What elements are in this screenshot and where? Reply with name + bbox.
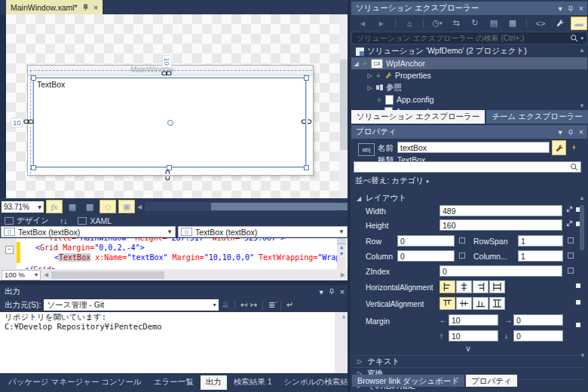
selection-handle[interactable] [304, 75, 309, 81]
scroll-down-arrow[interactable]: ▼ [579, 103, 585, 109]
snap-grid-button[interactable]: ▩ [82, 201, 97, 213]
properties-search-box[interactable] [354, 161, 581, 173]
properties-titlebar[interactable]: プロパティ ▾ × [351, 125, 587, 139]
code-fold-toggle[interactable]: − [5, 246, 14, 254]
scroll-up-arrow[interactable]: ▲ [337, 244, 346, 251]
columnspan-input[interactable] [518, 250, 563, 262]
set-auto-size-icon[interactable] [565, 219, 574, 228]
forward-icon[interactable]: ► [374, 17, 389, 29]
search-icon[interactable] [570, 34, 578, 42]
window-menu-icon[interactable]: ▾ [320, 287, 323, 296]
sync-with-active-document-icon[interactable]: ⇆ [449, 17, 464, 29]
split-editor-grip[interactable] [337, 238, 346, 244]
valign-stretch-button[interactable] [489, 297, 505, 310]
pin-icon[interactable] [568, 5, 574, 12]
properties-icon[interactable] [552, 17, 567, 29]
properties-scrollbar[interactable]: ▲ ▼ [578, 194, 586, 369]
scroll-down-arrow[interactable]: ▼ [580, 352, 586, 359]
home-icon[interactable]: ⌂ [402, 17, 417, 29]
back-icon[interactable]: ◄ [355, 17, 370, 29]
tab-xaml[interactable]: XAML [78, 216, 112, 225]
window-menu-icon[interactable]: ▾ [559, 4, 562, 13]
scroll-left-arrow[interactable]: ◀ [137, 204, 142, 210]
properties-mode-button[interactable] [552, 140, 566, 155]
document-tab[interactable]: MainWindow.xaml* × [6, 0, 103, 14]
xaml-code-editor[interactable]: − Title="MainWindow" Height="287.517" Wi… [0, 238, 348, 269]
expander-collapsed-icon[interactable]: ▷ [366, 72, 373, 79]
halign-left-button[interactable] [439, 280, 455, 293]
section-layout[interactable]: ◢ レイアウト [357, 193, 406, 204]
previous-message-icon[interactable]: ↤ [240, 300, 247, 310]
show-grid-button[interactable]: ▦ [65, 201, 80, 213]
halign-center-button[interactable] [456, 280, 472, 293]
design-surface[interactable]: MainWindow TextBox 10 10 [0, 14, 348, 198]
margin-right-input[interactable] [513, 314, 563, 326]
output-scrollbar[interactable]: ▲ [335, 312, 348, 373]
swap-panes-button[interactable]: ↑↓ [60, 216, 68, 225]
scrollbar-thumb[interactable] [340, 60, 348, 150]
designer-zoom-select[interactable]: 93.71%▾ [2, 201, 44, 213]
tab-team-explorer[interactable]: チーム エクスプローラー [486, 110, 587, 124]
property-default-marker[interactable] [459, 253, 465, 259]
close-icon[interactable]: × [93, 3, 98, 12]
expand-more-chevron[interactable]: ∨ [465, 344, 471, 354]
solution-search-input[interactable] [355, 33, 570, 43]
window-menu-icon[interactable]: ▾ [559, 127, 562, 136]
tree-item-properties[interactable]: ▷ + Properties [351, 69, 587, 81]
margin-left-input[interactable] [449, 314, 498, 326]
width-input[interactable] [439, 205, 562, 216]
set-auto-size-icon[interactable] [565, 205, 574, 213]
pending-changes-filter-icon[interactable]: ◷▾ [430, 17, 445, 29]
close-icon[interactable]: × [579, 4, 583, 13]
properties-search-input[interactable] [357, 162, 570, 172]
designer-horizontal-scrollbar[interactable] [145, 202, 336, 211]
valign-center-button[interactable] [456, 297, 472, 310]
editor-zoom-select[interactable]: 100 %▾ [2, 270, 41, 280]
pin-icon[interactable] [568, 129, 574, 136]
scroll-down-arrow[interactable]: ▼ [337, 251, 346, 258]
name-input[interactable] [397, 142, 550, 153]
selection-handle[interactable] [304, 165, 309, 170]
row-input[interactable] [397, 235, 455, 247]
column-input[interactable] [397, 250, 455, 262]
events-mode-button[interactable] [568, 140, 579, 154]
zoom-fit-button[interactable]: ▣ [118, 200, 135, 213]
property-default-marker[interactable] [568, 237, 574, 243]
scroll-up-arrow[interactable]: ▲ [579, 47, 585, 54]
tab-browser-link-dashboard[interactable]: Browser link ダッシュボード [352, 375, 464, 387]
sort-by-select[interactable]: 並べ替え: カテゴリ ▾ [355, 176, 429, 186]
selection-handle[interactable] [31, 165, 36, 170]
scrollbar-thumb[interactable] [51, 271, 164, 279]
selection-center-point[interactable] [167, 120, 173, 126]
breadcrumb-right[interactable]: ⟨⟩ TextBox (textBox) ▼ [178, 226, 348, 237]
solution-explorer-titlebar[interactable]: ソリューション エクスプローラー ▾ × [351, 2, 587, 15]
output-source-select[interactable]: ソース管理 - Git▾ [44, 299, 219, 311]
selection-handle[interactable] [31, 75, 36, 81]
find-message-icon[interactable]: ⇊ [222, 300, 228, 310]
snaplines-button[interactable]: ◇ [100, 200, 116, 213]
tab-design[interactable]: デザイン [5, 216, 49, 226]
collapse-all-icon[interactable]: ▤ [486, 17, 501, 29]
refresh-icon[interactable]: ↻ [467, 17, 482, 29]
tab-find-results-1[interactable]: 検索結果 1 [228, 375, 277, 390]
preview-selected-items-icon[interactable]: ▬ [571, 17, 587, 30]
next-message-icon[interactable]: ↦ [250, 300, 257, 310]
section-text[interactable]: ▷ テキスト [351, 355, 583, 367]
margin-top-input[interactable] [449, 330, 498, 341]
expander-expanded-icon[interactable]: ◢ [353, 60, 360, 67]
close-icon[interactable]: × [579, 127, 583, 136]
clear-output-icon[interactable]: ≣× [268, 300, 275, 310]
halign-right-button[interactable] [473, 280, 488, 293]
search-icon[interactable] [570, 163, 578, 171]
pin-icon[interactable] [329, 288, 335, 295]
rowspan-input[interactable] [518, 235, 563, 247]
word-wrap-icon[interactable]: ↵ [286, 300, 293, 310]
output-text[interactable]: リポジトリを開いています: C:¥Develop Repository¥iPen… [0, 312, 348, 373]
tab-error-list[interactable]: エラー一覧 [149, 375, 199, 390]
chevron-down-icon[interactable]: ▾ [580, 35, 583, 41]
solution-search-box[interactable]: ▾ [351, 32, 587, 44]
editor-vertical-scrollbar[interactable]: ▲ ▼ [337, 238, 346, 269]
valign-top-button[interactable] [439, 297, 455, 310]
tree-item-references[interactable]: ▷ 参照 [351, 81, 587, 93]
tab-output[interactable]: 出力 [201, 375, 227, 390]
